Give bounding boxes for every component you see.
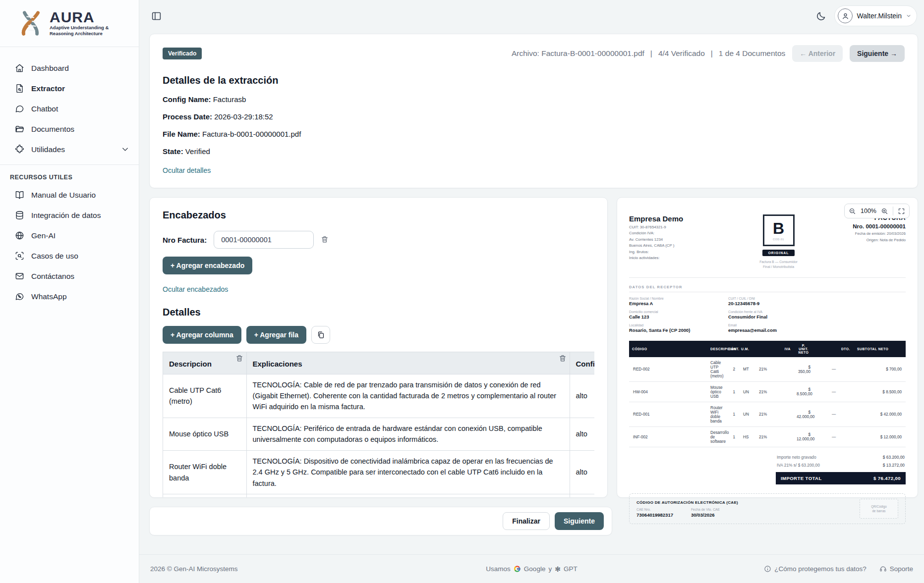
cell-descripcion[interactable]: Desarrollo de software bbox=[163, 494, 246, 498]
add-header-button[interactable]: + Agregar encabezado bbox=[163, 257, 252, 274]
extraction-editor-card: Encabezados Nro Factura: + Agregar encab… bbox=[149, 197, 608, 498]
column-header-explicaciones: Explicaciones bbox=[246, 352, 570, 374]
sidebar-toggle-button[interactable] bbox=[151, 11, 162, 21]
invoice-company-line: Buenos Aires, CABA (CP ) bbox=[629, 243, 736, 248]
add-column-button[interactable]: + Agregar columna bbox=[163, 326, 241, 344]
invoice-cae-box: CÓDIGO DE AUTORIZACIÓN ELECTRÓNICA (CAE)… bbox=[629, 493, 906, 524]
sidebar-item-label: Integración de datos bbox=[31, 211, 101, 220]
invoice-column-header: DESCRIPCIÓN bbox=[707, 341, 723, 357]
sidebar-item-manual-de-usuario[interactable]: Manual de Usuario bbox=[0, 185, 139, 205]
headset-icon bbox=[879, 565, 887, 573]
user-menu[interactable]: Walter.Milstein bbox=[834, 5, 917, 26]
brand-logo: AURA Adaptive Understanding & Reasoning … bbox=[0, 0, 139, 47]
previous-document-button[interactable]: ← Anterior bbox=[792, 45, 843, 62]
hide-details-link[interactable]: Ocultar detalles bbox=[163, 166, 211, 174]
expand-icon bbox=[898, 208, 905, 215]
document-pagination-info: Archivo: Factura-B-0001-00000001.pdf | 4… bbox=[512, 49, 785, 58]
database-icon bbox=[15, 211, 24, 220]
invoice-letter-caption: Factura B — Consumidor bbox=[759, 260, 798, 264]
invoice-company-line: Inicio actividades: bbox=[629, 256, 736, 260]
sidebar-item-utilidades[interactable]: Utilidades bbox=[0, 139, 139, 159]
invoice-column-header: CÓDIGO bbox=[629, 341, 707, 357]
brand-subtitle-1: Adaptive Understanding & bbox=[50, 25, 109, 31]
cell-explicaciones[interactable]: TECNOLOGÍA: Dispositivo de conectividad … bbox=[246, 450, 570, 494]
footer: 2026 © Gen-AI Microsystems Usamos Google… bbox=[139, 554, 924, 583]
folder-icon bbox=[15, 124, 24, 134]
sidebar-item-integracion-de-datos[interactable]: Integración de datos bbox=[0, 205, 139, 225]
cell-explicaciones[interactable]: TECNOLOGÍA: Cable de red de par trenzado… bbox=[246, 374, 570, 418]
sidebar-item-documentos[interactable]: Documentos bbox=[0, 119, 139, 139]
sidebar-item-casos-de-uso[interactable]: Casos de uso bbox=[0, 246, 139, 266]
next-button[interactable]: Siguiente bbox=[555, 512, 604, 530]
cell-descripcion[interactable]: Router WiFi doble banda bbox=[163, 450, 246, 494]
sidebar-item-extractor[interactable]: Extractor bbox=[0, 78, 139, 99]
invoice-table-body: RED-002 Cable UTP Cat6 (metro) 2 MT 21% … bbox=[629, 357, 906, 447]
sidebar-section-title: RECURSOS UTILES bbox=[0, 172, 139, 185]
invoice-company-name: Empresa Demo bbox=[629, 214, 736, 223]
invoice-letter-code: COD.01 bbox=[773, 238, 784, 241]
cell-explicaciones[interactable]: TECNOLOGÍA: Periférico de entrada de har… bbox=[246, 418, 570, 450]
user-name: Walter.Milstein bbox=[857, 12, 902, 20]
extraction-details-card: Verificado Archivo: Factura-B-0001-00000… bbox=[149, 34, 918, 188]
zoom-in-button[interactable] bbox=[881, 208, 888, 215]
home-icon bbox=[15, 63, 24, 73]
copyright: 2026 © Gen-AI Microsystems bbox=[150, 565, 238, 573]
cell-confianza[interactable]: alto bbox=[570, 450, 594, 494]
support-link[interactable]: Soporte bbox=[879, 565, 913, 573]
column-header-descripcion: Descripcion bbox=[163, 352, 246, 374]
sidebar-item-chatbot[interactable]: Chatbot bbox=[0, 99, 139, 119]
hide-headers-link[interactable]: Ocultar encabezados bbox=[163, 285, 228, 293]
zoom-out-button[interactable] bbox=[849, 208, 856, 215]
sidebar: AURA Adaptive Understanding & Reasoning … bbox=[0, 0, 139, 583]
cell-confianza[interactable]: alto bbox=[570, 418, 594, 450]
delete-header-button[interactable] bbox=[321, 235, 329, 245]
table-row[interactable]: Cable UTP Cat6 (metro) TECNOLOGÍA: Cable… bbox=[163, 374, 594, 418]
footer-providers: Usamos Google y ✻ GPT bbox=[486, 565, 577, 573]
panel-left-icon bbox=[151, 11, 162, 21]
cell-confianza[interactable]: alto bbox=[570, 374, 594, 418]
invoice-receptor-field: Localidad Rosario, Santa Fe (CP 2000) bbox=[629, 323, 728, 333]
brand-name: AURA bbox=[50, 10, 109, 25]
cell-descripcion[interactable]: Cable UTP Cat6 (metro) bbox=[163, 374, 246, 418]
invoice-cae-title: CÓDIGO DE AUTORIZACIÓN ELECTRÓNICA (CAE) bbox=[636, 500, 738, 505]
copy-table-button[interactable] bbox=[311, 326, 330, 344]
invoice-letter: B bbox=[773, 220, 784, 236]
cell-descripcion[interactable]: Mouse óptico USB bbox=[163, 418, 246, 450]
table-row[interactable]: Desarrollo de software SERVICIO: Servici… bbox=[163, 494, 594, 498]
finalize-button[interactable]: Finalizar bbox=[503, 512, 550, 530]
dark-mode-toggle-button[interactable] bbox=[816, 11, 826, 21]
fullscreen-button[interactable] bbox=[898, 208, 905, 215]
table-row[interactable]: Mouse óptico USB TECNOLOGÍA: Periférico … bbox=[163, 418, 594, 450]
details-section-title: Detalles bbox=[163, 307, 594, 318]
cell-explicaciones[interactable]: SERVICIO: Servicio profesional del área … bbox=[246, 494, 570, 498]
next-document-button[interactable]: Siguiente → bbox=[850, 45, 905, 62]
book-open-icon bbox=[15, 190, 24, 200]
sidebar-item-whatsapp[interactable]: WhatsApp bbox=[0, 286, 139, 307]
add-row-button[interactable]: + Agregar fila bbox=[246, 326, 306, 344]
invoice-doc-number: Nro. 0001-00000001 bbox=[821, 223, 906, 229]
sidebar-item-gen-ai[interactable]: Gen-AI bbox=[0, 225, 139, 246]
nro-factura-input[interactable] bbox=[214, 231, 314, 249]
table-row[interactable]: Router WiFi doble banda TECNOLOGÍA: Disp… bbox=[163, 450, 594, 494]
sidebar-item-label: Gen-AI bbox=[31, 231, 56, 240]
trash-icon bbox=[235, 354, 243, 362]
sidebar-item-label: Documentos bbox=[31, 125, 74, 134]
globe-icon bbox=[15, 231, 24, 240]
invoice-item-row: INF-002 Desarrollo de software 1 HS 21% … bbox=[629, 427, 906, 447]
preview-zoom-toolbar: 100% bbox=[844, 204, 910, 218]
action-bar: Finalizar Siguiente bbox=[149, 507, 612, 535]
sidebar-item-dashboard[interactable]: Dashboard bbox=[0, 58, 139, 78]
invoice-company-lines: CUIT: 30-87654321-9Condición IVA:Av. Cor… bbox=[629, 225, 736, 261]
invoice-letter-box: B COD.01 bbox=[763, 214, 795, 246]
cell-confianza[interactable]: alto bbox=[570, 494, 594, 498]
content: Verificado Archivo: Factura-B-0001-00000… bbox=[139, 32, 924, 543]
privacy-link[interactable]: ¿Cómo protegemos tus datos? bbox=[764, 565, 866, 573]
delete-column-button[interactable] bbox=[559, 354, 567, 364]
delete-column-button[interactable] bbox=[235, 354, 243, 364]
zoom-level: 100% bbox=[861, 208, 876, 214]
chevron-down-icon bbox=[120, 145, 130, 154]
invoice-column-header: SUBTOTAL NETO bbox=[854, 341, 906, 357]
invoice-emission-date: Fecha de emisión: 20/03/2026 bbox=[821, 231, 906, 236]
sidebar-item-contactanos[interactable]: Contáctanos bbox=[0, 266, 139, 286]
chevron-down-icon bbox=[906, 13, 912, 19]
